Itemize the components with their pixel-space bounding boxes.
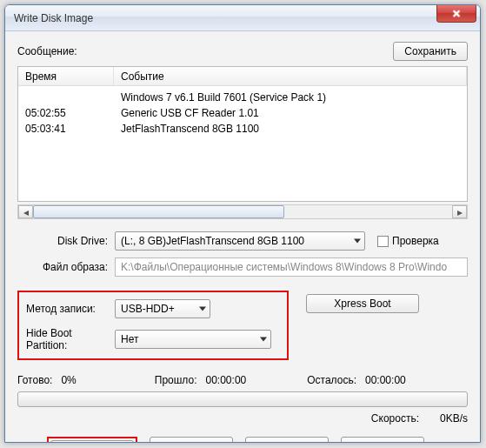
client-area: Сообщение: Сохранить Время Событие Windo… [5,31,480,443]
hide-boot-select[interactable]: Нет [115,330,271,349]
log-time: 05:02:55 [18,107,114,119]
ready-value: 0% [61,374,76,386]
write-method-select[interactable]: USB-HDD+ [115,299,210,318]
scroll-left-icon[interactable]: ◂ [18,205,33,218]
chevron-down-icon [199,307,206,311]
log-event: Generic USB CF Reader 1.01 [114,107,467,119]
disk-drive-label: Disk Drive: [17,235,115,247]
elapsed-value: 00:00:00 [206,374,247,386]
log-col-event[interactable]: Событие [114,67,467,85]
chevron-down-icon [354,239,361,244]
verify-label: Проверка [392,235,439,247]
disk-drive-value: (L:, 8 GB)JetFlashTranscend 8GB 1100 [121,235,304,247]
write-button[interactable]: Записать [150,437,233,443]
speed-label: Скорость: [371,412,419,425]
window: Write Disk Image ✕ Сообщение: Сохранить … [4,4,481,443]
log-body[interactable]: Windows 7 v6.1 Build 7601 (Service Pack … [18,86,467,201]
hide-boot-label: Hide Boot Partition: [26,327,115,351]
speed-value: 0KB/s [440,412,468,425]
abort-button: Прервать [245,437,329,443]
write-method-value: USB-HDD+ [121,303,175,315]
format-button[interactable]: Форматировать [50,440,134,443]
button-row: Форматировать Записать Прервать Назад [47,437,468,443]
remain-value: 00:00:00 [365,374,406,386]
log-col-time[interactable]: Время [18,67,114,85]
verify-checkbox[interactable] [377,236,389,247]
log-hscrollbar[interactable]: ◂ ▸ [17,204,468,219]
scroll-thumb[interactable] [33,205,284,218]
remain-label: Осталось: [307,374,356,386]
image-file-field[interactable]: K:\Файлы\Операционные системы\Windows 8\… [115,257,468,277]
format-highlight: Форматировать [47,437,137,443]
list-item[interactable]: 05:03:41 JetFlashTranscend 8GB 1100 [18,121,467,137]
image-file-value: K:\Файлы\Операционные системы\Windows 8\… [121,261,447,273]
write-settings-group: Метод записи: USB-HDD+ Hide Boot Partiti… [17,291,289,360]
scroll-right-icon[interactable]: ▸ [452,205,467,218]
hide-boot-value: Нет [121,333,138,345]
save-button[interactable]: Сохранить [393,42,468,61]
back-button[interactable]: Назад [341,437,424,443]
message-label: Сообщение: [17,45,77,57]
xpress-boot-button[interactable]: Xpress Boot [306,294,419,313]
chevron-down-icon [260,338,267,342]
close-button[interactable]: ✕ [436,5,476,23]
log-event: Windows 7 v6.1 Build 7601 (Service Pack … [114,91,467,104]
scroll-track[interactable] [33,205,452,218]
elapsed-label: Прошло: [155,374,197,386]
progress-row: Готово: 0% Прошло: 00:00:00 Осталось: 00… [17,374,468,386]
log-event: JetFlashTranscend 8GB 1100 [114,123,467,135]
progress-bar [17,391,468,407]
log-header: Время Событие [18,67,467,86]
list-item[interactable]: Windows 7 v6.1 Build 7601 (Service Pack … [18,90,467,105]
log-time: 05:03:41 [18,123,114,135]
list-item[interactable]: 05:02:55 Generic USB CF Reader 1.01 [18,105,467,121]
disk-drive-select[interactable]: (L:, 8 GB)JetFlashTranscend 8GB 1100 [115,231,365,251]
ready-label: Готово: [17,374,52,386]
write-method-label: Метод записи: [26,303,115,315]
window-title: Write Disk Image [14,12,93,24]
log-box: Время Событие Windows 7 v6.1 Build 7601 … [17,66,468,202]
image-file-label: Файл образа: [17,261,115,273]
titlebar[interactable]: Write Disk Image ✕ [5,5,480,31]
close-icon: ✕ [452,8,461,20]
